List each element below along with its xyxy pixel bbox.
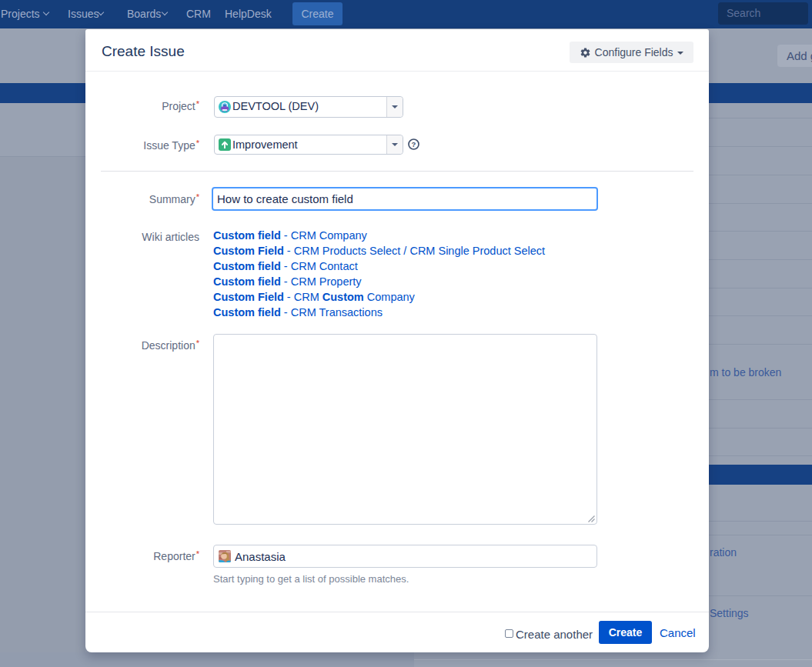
svg-text:?: ? [412, 140, 416, 148]
